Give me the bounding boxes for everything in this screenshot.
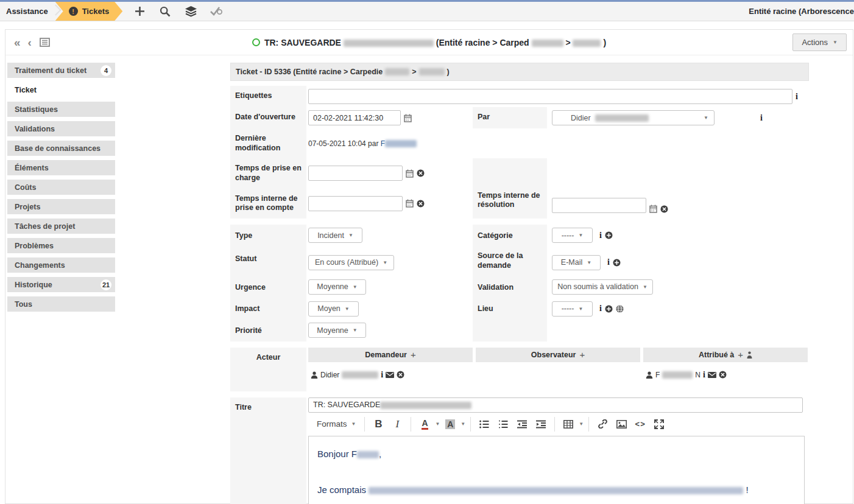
validation-dropdown[interactable]: Non soumis à validation ▼ <box>552 279 653 295</box>
par-dropdown[interactable]: Didier ▼ <box>552 110 715 125</box>
breadcrumb-tickets[interactable]: ! Tickets <box>55 2 123 21</box>
bullet-list-icon[interactable] <box>476 416 493 433</box>
lieu-dropdown[interactable]: ----- ▼ <box>552 301 593 317</box>
actions-button[interactable]: Actions ▼ <box>792 33 847 51</box>
attribue-entry: F N i <box>643 371 808 379</box>
mail-icon[interactable] <box>708 372 716 378</box>
date-ouverture-input[interactable] <box>308 110 401 125</box>
impact-dropdown[interactable]: Moyen ▼ <box>308 301 359 317</box>
add-icon[interactable] <box>613 259 621 267</box>
sidebar-item-couts[interactable]: Coûts <box>7 180 115 195</box>
statut-dropdown[interactable]: En cours (Attribué) ▼ <box>308 255 394 270</box>
formats-dropdown[interactable]: Formats ▼ <box>313 417 359 431</box>
fullscreen-icon[interactable] <box>651 416 668 433</box>
sidebar-item-taches-projet[interactable]: Tâches de projet <box>7 219 115 234</box>
search-icon[interactable] <box>159 5 171 18</box>
link-icon[interactable] <box>594 416 611 433</box>
calendar-icon[interactable] <box>406 169 414 178</box>
info-icon[interactable]: i <box>599 231 602 240</box>
list-view-icon[interactable] <box>39 37 51 49</box>
remove-actor-icon[interactable] <box>397 371 404 379</box>
etiquettes-input[interactable] <box>308 89 792 104</box>
temps-resolution-label: Temps interne de résolution <box>473 158 547 219</box>
modif-author-link[interactable]: F <box>381 139 417 148</box>
previous-item-icon[interactable]: ‹ <box>28 37 32 48</box>
calendar-icon[interactable] <box>649 205 657 213</box>
add-attribue-icon[interactable]: + <box>738 349 743 360</box>
sidebar-item-elements[interactable]: Éléments <box>7 160 115 175</box>
info-icon[interactable]: i <box>599 304 602 313</box>
sidebar-item-ticket[interactable]: Ticket <box>7 82 115 97</box>
temps-interne-compte-input[interactable] <box>308 196 403 211</box>
add-icon[interactable] <box>605 231 613 239</box>
titre-label: Titre <box>230 397 306 504</box>
globe-icon[interactable] <box>616 305 624 313</box>
info-icon[interactable]: i <box>381 371 383 379</box>
sidebar-item-label: Problèmes <box>15 242 54 250</box>
attribue-name-prefix[interactable]: F <box>655 371 660 379</box>
info-icon[interactable]: i <box>607 258 610 267</box>
sidebar-item-base-connaissances[interactable]: Base de connaissances <box>7 141 115 156</box>
numbered-list-icon[interactable] <box>495 416 512 433</box>
chevron-down-icon[interactable]: ▼ <box>579 421 584 427</box>
italic-button[interactable]: I <box>389 416 406 433</box>
info-icon[interactable]: i <box>703 371 705 379</box>
add-demandeur-icon[interactable]: + <box>411 349 416 360</box>
sidebar-item-traitement[interactable]: Traitement du ticket 4 <box>7 63 115 78</box>
demandeur-name[interactable]: Didier <box>320 371 339 379</box>
bold-button[interactable]: B <box>370 416 387 433</box>
calendar-icon[interactable] <box>404 114 412 122</box>
info-icon[interactable]: i <box>760 114 763 122</box>
remove-actor-icon[interactable] <box>719 371 727 379</box>
info-icon[interactable]: i <box>796 93 798 101</box>
categorie-dropdown[interactable]: ----- ▼ <box>552 228 593 243</box>
sidebar-item-changements[interactable]: Changements <box>7 257 115 273</box>
chevron-down-icon: ▼ <box>351 421 356 427</box>
image-icon[interactable] <box>613 416 630 433</box>
categorie-value: ----- <box>562 231 574 240</box>
source-demande-dropdown[interactable]: E-Mail ▼ <box>552 255 601 270</box>
add-icon[interactable] <box>605 305 613 313</box>
impact-label: Impact <box>230 298 306 320</box>
first-item-icon[interactable]: « <box>14 37 21 48</box>
temps-resolution-input[interactable] <box>552 198 646 213</box>
add-observateur-icon[interactable]: + <box>579 349 585 360</box>
attribue-header-label: Attribué à <box>699 351 734 359</box>
sidebar-item-statistiques[interactable]: Statistiques <box>7 102 115 117</box>
topbar: Assistance ! Tickets Entité racine (Arbo… <box>0 2 854 21</box>
type-dropdown[interactable]: Incident ▼ <box>308 228 362 243</box>
source-code-icon[interactable]: <> <box>632 416 649 433</box>
calendar-icon[interactable] <box>406 199 414 208</box>
text-color-button[interactable]: A <box>416 416 433 433</box>
outdent-icon[interactable] <box>513 416 531 433</box>
ticket-title-entity-open: (Entité racine > Carped <box>436 38 529 47</box>
chevron-down-icon[interactable]: ▼ <box>461 421 465 427</box>
attribue-name-suffix[interactable]: N <box>695 371 700 379</box>
approval-check-icon[interactable] <box>210 5 222 18</box>
sidebar-item-label: Historique <box>15 281 52 289</box>
priorite-dropdown[interactable]: Moyenne ▼ <box>308 323 366 338</box>
empty-label-cell <box>473 320 547 341</box>
indent-icon[interactable] <box>532 416 549 433</box>
mail-icon[interactable] <box>386 372 394 378</box>
sidebar-item-validations[interactable]: Validations <box>7 121 115 136</box>
entity-scope-label[interactable]: Entité racine (Arborescence <box>749 7 854 16</box>
add-ticket-icon[interactable] <box>133 5 146 18</box>
breadcrumb-assistance[interactable]: Assistance <box>0 2 52 21</box>
sidebar-item-tous[interactable]: Tous <box>7 296 115 312</box>
chevron-down-icon[interactable]: ▼ <box>435 421 440 427</box>
temps-prise-charge-input[interactable] <box>308 166 403 181</box>
sidebar-item-historique[interactable]: Historique 21 <box>7 277 115 292</box>
person-small-icon[interactable] <box>747 351 752 359</box>
sidebar-item-problemes[interactable]: Problèmes <box>7 238 115 253</box>
clear-icon[interactable] <box>660 205 668 213</box>
urgence-dropdown[interactable]: Moyenne ▼ <box>308 279 366 295</box>
editor-line1-text: Bonjour F <box>317 449 357 459</box>
layers-icon[interactable] <box>185 5 197 18</box>
background-color-button[interactable]: A <box>442 416 459 433</box>
table-icon[interactable] <box>560 416 577 433</box>
editor-content[interactable]: Bonjour F, Je comptais ! <box>308 436 805 504</box>
clear-icon[interactable] <box>417 200 425 208</box>
clear-icon[interactable] <box>417 169 425 177</box>
sidebar-item-projets[interactable]: Projets <box>7 199 115 214</box>
